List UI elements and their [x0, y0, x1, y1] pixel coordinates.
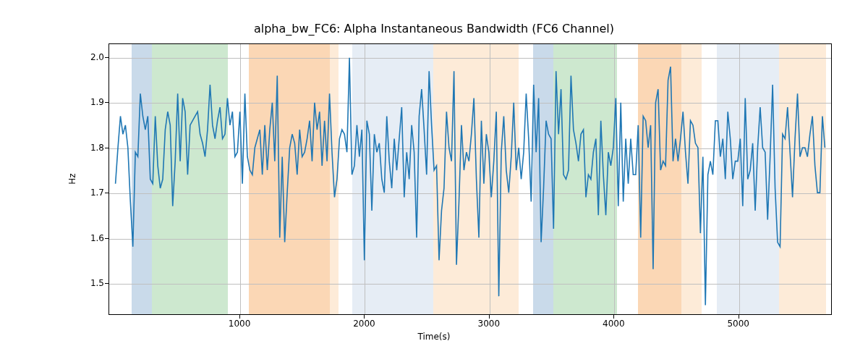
y-tick-label: 2.0 — [68, 52, 104, 62]
x-tick-mark — [613, 315, 614, 319]
y-tick-label: 1.7 — [68, 188, 104, 198]
y-tick-label: 1.6 — [68, 233, 104, 243]
x-tick-label: 4000 — [603, 319, 625, 329]
y-tick-mark — [105, 283, 109, 284]
x-axis-label: Time(s) — [0, 332, 868, 342]
y-tick-label: 1.8 — [68, 143, 104, 153]
x-tick-label: 3000 — [478, 319, 501, 329]
x-tick-mark — [489, 315, 490, 319]
x-tick-label: 1000 — [229, 319, 251, 329]
y-tick-mark — [105, 193, 109, 193]
y-tick-label: 1.9 — [68, 97, 104, 107]
y-tick-label: 1.5 — [68, 278, 104, 288]
x-tick-label: 2000 — [353, 319, 375, 329]
y-tick-mark — [105, 102, 109, 103]
line-series — [109, 44, 831, 314]
chart-figure: alpha_bw_FC6: Alpha Instantaneous Bandwi… — [0, 0, 868, 362]
x-tick-mark — [239, 315, 240, 319]
y-tick-mark — [105, 238, 109, 239]
x-tick-label: 5000 — [727, 319, 749, 329]
x-tick-mark — [739, 315, 739, 319]
chart-title: alpha_bw_FC6: Alpha Instantaneous Bandwi… — [0, 22, 868, 35]
y-tick-mark — [105, 57, 109, 58]
plot-area — [109, 43, 832, 315]
y-axis-label: Hz — [67, 173, 77, 184]
x-tick-mark — [364, 315, 365, 319]
y-tick-mark — [105, 148, 109, 148]
